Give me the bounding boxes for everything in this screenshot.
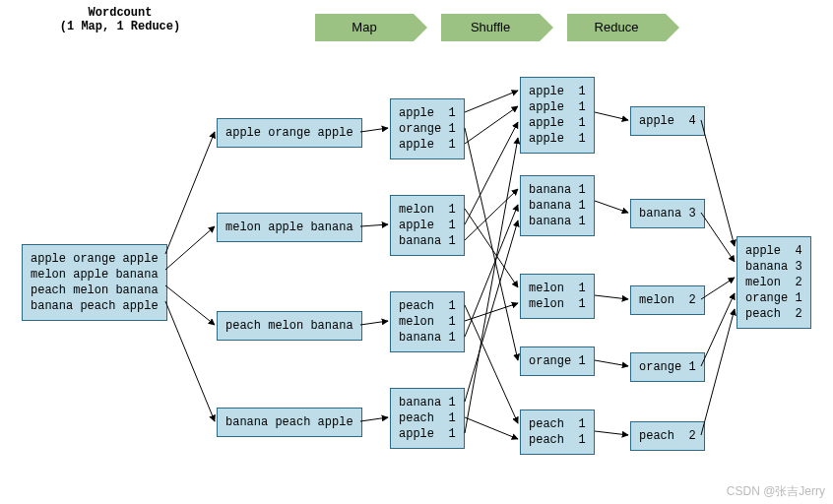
reduce-banana: banana 3 [630, 199, 705, 228]
svg-line-1 [165, 226, 215, 270]
svg-line-7 [360, 417, 388, 421]
reduce-peach: peach 2 [630, 421, 705, 451]
shuffle-orange: orange 1 [520, 346, 595, 376]
svg-line-6 [360, 321, 388, 325]
svg-line-19 [465, 138, 518, 433]
output-box: apple 4 banana 3 melon 2 orange 1 peach … [737, 236, 811, 329]
svg-line-16 [465, 205, 518, 337]
shuffle-banana: banana 1 banana 1 banana 1 [520, 175, 595, 236]
stage-shuffle: Shuffle [441, 14, 540, 41]
watermark: CSDN @张吉Jerry [727, 483, 825, 500]
svg-line-15 [465, 303, 518, 321]
svg-line-2 [165, 285, 215, 325]
svg-line-14 [465, 305, 518, 423]
svg-line-5 [360, 224, 388, 226]
reduce-orange: orange 1 [630, 352, 705, 382]
split-row-1: melon apple banana [217, 213, 362, 242]
stage-reduce: Reduce [567, 14, 666, 41]
svg-line-8 [465, 91, 518, 112]
map-row-3: banana 1 peach 1 apple 1 [390, 388, 465, 449]
svg-line-23 [595, 360, 628, 366]
svg-line-9 [465, 128, 518, 360]
svg-line-10 [465, 106, 518, 144]
shuffle-melon: melon 1 melon 1 [520, 274, 595, 319]
split-row-0: apple orange apple [217, 118, 362, 148]
svg-line-4 [360, 128, 388, 132]
svg-line-12 [465, 122, 518, 224]
stage-map: Map [315, 14, 414, 41]
svg-line-24 [595, 431, 628, 435]
svg-line-28 [701, 293, 735, 366]
svg-line-22 [595, 295, 628, 299]
page-title: Wordcount (1 Map, 1 Reduce) [22, 6, 219, 33]
svg-line-20 [595, 112, 628, 120]
svg-line-3 [165, 301, 215, 421]
svg-line-13 [465, 189, 518, 240]
svg-line-29 [701, 309, 735, 435]
reduce-apple: apple 4 [630, 106, 705, 136]
reduce-melon: melon 2 [630, 285, 705, 315]
svg-line-11 [465, 209, 518, 287]
svg-line-0 [165, 132, 215, 254]
svg-line-25 [701, 120, 735, 246]
split-row-2: peach melon banana [217, 311, 362, 341]
split-row-3: banana peach apple [217, 408, 362, 437]
svg-line-26 [701, 213, 735, 262]
svg-line-17 [465, 220, 518, 402]
shuffle-apple: apple 1 apple 1 apple 1 apple 1 [520, 77, 595, 154]
svg-line-21 [595, 201, 628, 213]
shuffle-peach: peach 1 peach 1 [520, 410, 595, 455]
svg-line-18 [465, 417, 518, 439]
input-box: apple orange apple melon apple banana pe… [22, 244, 167, 321]
map-row-0: apple 1 orange 1 apple 1 [390, 98, 465, 159]
map-row-1: melon 1 apple 1 banana 1 [390, 195, 465, 256]
map-row-2: peach 1 melon 1 banana 1 [390, 291, 465, 352]
svg-line-27 [701, 278, 735, 299]
